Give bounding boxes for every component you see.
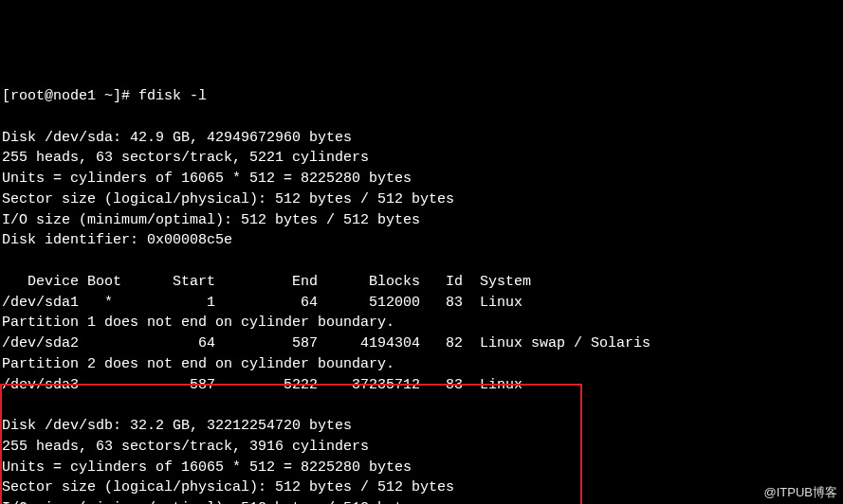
disk-a-geometry: 255 heads, 63 sectors/track, 5221 cylind… [2, 150, 369, 166]
shell-prompt: [root@node1 ~]# [2, 88, 138, 104]
disk-b-sector-size: Sector size (logical/physical): 512 byte… [2, 479, 454, 495]
disk-b-units: Units = cylinders of 16065 * 512 = 82252… [2, 459, 412, 476]
disk-a-identifier: Disk identifier: 0x00008c5e [2, 232, 232, 248]
disk-a-io-size: I/O size (minimum/optimal): 512 bytes / … [2, 212, 420, 228]
disk-b-geometry: 255 heads, 63 sectors/track, 3916 cylind… [2, 439, 369, 455]
watermark-label: @ITPUB博客 [764, 484, 837, 502]
partition-warning: Partition 1 does not end on cylinder bou… [2, 315, 394, 331]
partition-warning: Partition 2 does not end on cylinder bou… [2, 356, 394, 372]
partition-row: /dev/sda2 64 587 4194304 82 Linux swap /… [2, 335, 651, 351]
partition-table-header: Device Boot Start End Blocks Id System [2, 274, 531, 290]
disk-a-units: Units = cylinders of 16065 * 512 = 82252… [2, 171, 412, 187]
terminal-output[interactable]: [root@node1 ~]# fdisk -l Disk /dev/sda: … [2, 86, 841, 504]
partition-row: /dev/sda1 * 1 64 512000 83 Linux [2, 295, 522, 311]
disk-b-header: Disk /dev/sdb: 32.2 GB, 32212254720 byte… [2, 418, 352, 434]
disk-a-sector-size: Sector size (logical/physical): 512 byte… [2, 191, 454, 207]
partition-row: /dev/sda3 587 5222 37235712 83 Linux [2, 377, 522, 393]
command-text: fdisk -l [138, 88, 207, 104]
disk-a-header: Disk /dev/sda: 42.9 GB, 42949672960 byte… [2, 130, 352, 146]
disk-b-io-size: I/O size (minimum/optimal): 512 bytes / … [2, 500, 420, 504]
